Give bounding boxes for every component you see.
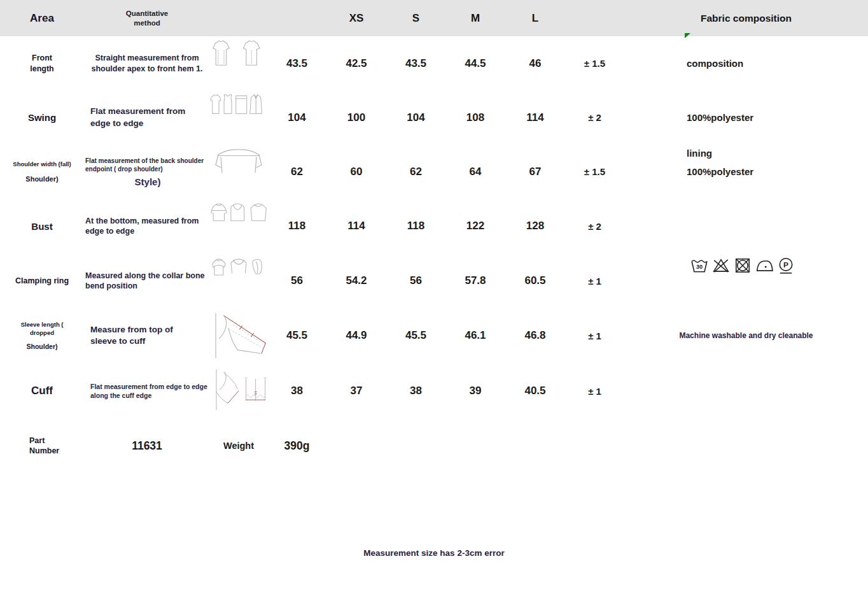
do-not-bleach-icon	[712, 257, 730, 274]
fabric-cell-empty	[624, 363, 868, 419]
row-label-part-number: Part Number	[0, 419, 84, 472]
iron-icon	[755, 257, 773, 274]
method-shoulder-width: Flat measurement of the back shoulder en…	[84, 145, 210, 199]
do-not-tumble-dry-icon	[734, 257, 752, 274]
row-label-shoulder-width: Shoulder width (fall) Shoulder)	[0, 145, 84, 199]
garment-sketch-armhole-icon	[210, 255, 267, 279]
value-s: 104	[386, 90, 445, 145]
sketch-cell	[210, 145, 267, 199]
column-header-l: L	[505, 0, 565, 36]
value-m: 122	[445, 199, 505, 253]
value-s: 118	[386, 199, 445, 253]
value-std: 118	[267, 199, 326, 253]
method-bust: At the bottom, measured from edge to edg…	[84, 199, 210, 253]
column-header-m: M	[445, 0, 505, 36]
size-m-label: M	[471, 12, 480, 25]
size-chart-page: Area Quantitative method XS S M L Fabric…	[0, 0, 868, 596]
column-header-fabric: Fabric composition	[624, 0, 868, 36]
fabric-cell-empty	[624, 419, 868, 472]
column-header-s: S	[386, 0, 445, 36]
fabric-cell-shell: 100%polyester	[624, 90, 868, 145]
svg-text:30: 30	[696, 264, 703, 270]
value-l: 46	[505, 36, 565, 90]
professional-dry-clean-icon: P	[777, 257, 795, 274]
value-tolerance: ± 1	[565, 308, 624, 363]
method-cuff: Flat measurement from edge to edge along…	[84, 363, 210, 419]
garment-sketch-front-back-icon	[210, 38, 267, 68]
value-tolerance: ± 1.5	[565, 36, 624, 90]
green-corner-marker-icon	[685, 33, 690, 38]
weight-value: 390g	[267, 419, 326, 472]
value-m: 39	[445, 363, 505, 419]
lining-label: lining	[687, 145, 712, 163]
column-header-area: Area	[0, 0, 84, 36]
fabric-cell-empty	[624, 199, 868, 253]
value-s: 38	[386, 363, 445, 419]
row-label-clamping-ring: Clamping ring	[0, 253, 84, 308]
header-area-label: Area	[30, 12, 54, 25]
value-m: 57.8	[445, 253, 505, 308]
value-std: 62	[267, 145, 326, 199]
garment-sketch-shoulder-icon	[214, 146, 263, 174]
method-sleeve-length: Measure from top of sleeve to cuff	[84, 308, 210, 363]
value-l: 67	[505, 145, 565, 199]
size-s-label: S	[412, 12, 419, 25]
row-label-cuff: Cuff	[0, 363, 84, 419]
row-label-sleeve-length: Sleeve length ( dropped Shoulder)	[0, 308, 84, 363]
column-header-standard	[267, 0, 326, 36]
value-xs: 114	[326, 199, 386, 253]
value-tolerance: ± 1.5	[565, 145, 624, 199]
row-label-swing: Swing	[0, 90, 84, 145]
value-std: 56	[267, 253, 326, 308]
sketch-cell	[210, 253, 267, 308]
value-s: 62	[386, 145, 445, 199]
value-l: 114	[505, 90, 565, 145]
column-header-illustration	[210, 0, 267, 36]
size-chart-table: Area Quantitative method XS S M L Fabric…	[0, 0, 868, 472]
fabric-cell-composition: composition	[624, 36, 868, 90]
sketch-cell	[210, 308, 267, 363]
svg-text:P: P	[783, 260, 788, 269]
value-std: 38	[267, 363, 326, 419]
lining-material: 100%polyester	[687, 163, 753, 181]
value-l: 60.5	[505, 253, 565, 308]
column-header-tolerance	[565, 0, 624, 36]
value-xs: 37	[326, 363, 386, 419]
fabric-cell-lining: lining 100%polyester	[624, 145, 868, 199]
footer-note: Measurement size has 2-3cm error	[0, 548, 868, 558]
sketch-cell	[210, 90, 267, 145]
value-l: 46.8	[505, 308, 565, 363]
garment-sketch-bust-icon	[210, 200, 267, 224]
sketch-cell	[210, 199, 267, 253]
sketch-cell	[210, 36, 267, 90]
part-number-value: 11631	[84, 419, 210, 472]
value-std: 43.5	[267, 36, 326, 90]
value-xs: 54.2	[326, 253, 386, 308]
column-header-method: Quantitative method	[84, 0, 210, 36]
value-l: 128	[505, 199, 565, 253]
value-tolerance: ± 2	[565, 90, 624, 145]
garment-sketch-styles-icon	[210, 92, 267, 117]
method-clamping-ring: Measured along the collar bone bend posi…	[84, 253, 210, 308]
cuff-measure-sketch-icon	[210, 365, 267, 415]
value-xs: 100	[326, 90, 386, 145]
value-tolerance: ± 1	[565, 253, 624, 308]
value-s: 43.5	[386, 36, 445, 90]
row-label-bust: Bust	[0, 199, 84, 253]
value-std: 45.5	[267, 308, 326, 363]
value-m: 108	[445, 90, 505, 145]
value-m: 46.1	[445, 308, 505, 363]
sketch-cell	[210, 363, 267, 419]
machine-wash-30-icon: 30	[690, 257, 708, 274]
care-symbols-row: 30 P	[624, 253, 868, 308]
header-method-label: Quantitative method	[115, 9, 179, 28]
row-label-front-length: Front length	[0, 36, 84, 90]
value-s: 45.5	[386, 308, 445, 363]
header-fabric-label: Fabric composition	[701, 13, 792, 24]
value-m: 44.5	[445, 36, 505, 90]
method-swing: Flat measurement from edge to edge	[84, 90, 210, 145]
value-m: 64	[445, 145, 505, 199]
value-xs: 42.5	[326, 36, 386, 90]
value-std: 104	[267, 90, 326, 145]
column-header-xs: XS	[326, 0, 386, 36]
